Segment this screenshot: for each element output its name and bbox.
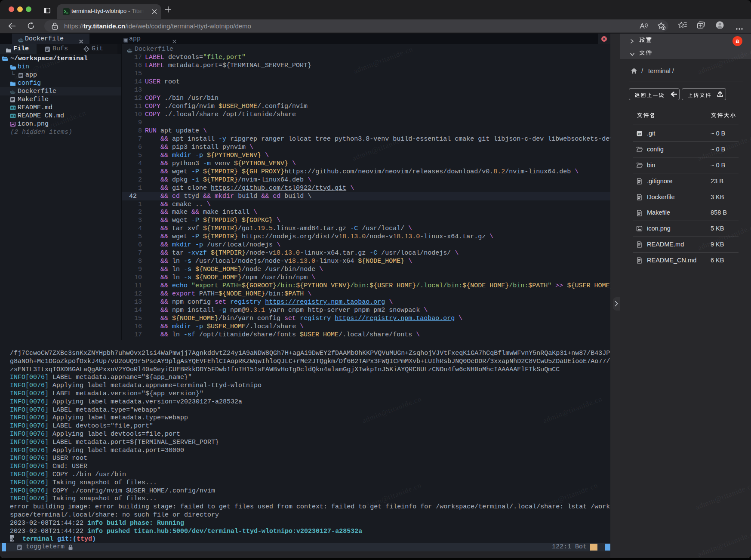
- svg-text:git: git: [638, 132, 641, 135]
